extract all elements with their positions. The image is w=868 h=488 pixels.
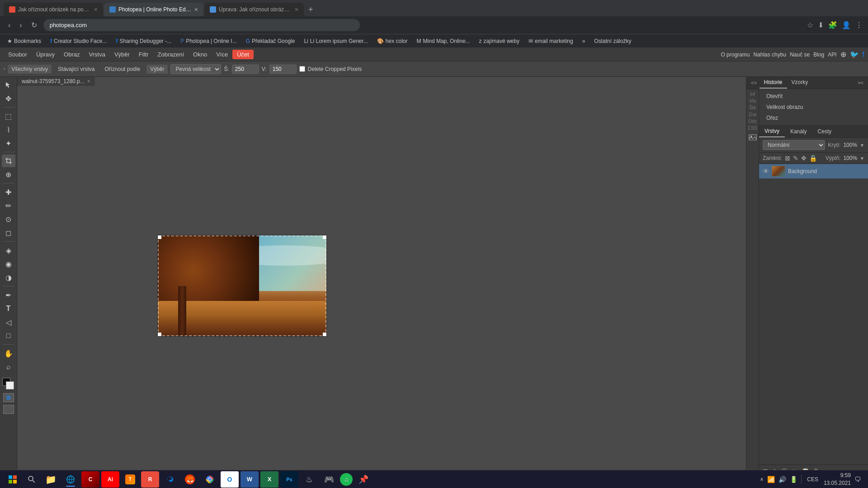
- tool-clone[interactable]: ⊙: [2, 213, 15, 225]
- bookmark-lorem[interactable]: Li Li Lorem ipsum Gener...: [300, 37, 371, 45]
- toolbar-delete-checkbox[interactable]: [299, 66, 305, 72]
- clock-display[interactable]: 9:59 13.05.2021: [824, 472, 851, 487]
- menu-api[interactable]: API: [828, 52, 836, 58]
- bookmark-bookmarks[interactable]: ★ Bookmarks: [4, 37, 45, 45]
- canvas-tab-close[interactable]: ×: [87, 78, 90, 84]
- crop-handle-tr[interactable]: [323, 235, 326, 239]
- canvas-area[interactable]: walnut-3759573_1280.p... ×: [17, 77, 746, 479]
- menu-vrstva[interactable]: Vrstva: [85, 50, 110, 59]
- back-button[interactable]: ‹: [5, 19, 13, 31]
- settings-icon[interactable]: ⋮: [855, 21, 863, 29]
- side-label-css[interactable]: CSS: [747, 125, 758, 131]
- toolbar-toggle-left[interactable]: ›: [4, 66, 5, 71]
- tray-battery-icon[interactable]: 🔋: [790, 476, 797, 483]
- history-item-velikost[interactable]: Velikost obrazu: [759, 102, 868, 113]
- refresh-button[interactable]: ↻: [28, 19, 40, 31]
- taskbar-word[interactable]: W: [241, 471, 259, 488]
- toolbar-height-input[interactable]: [269, 65, 297, 74]
- taskbar-tiger[interactable]: T: [121, 471, 139, 488]
- tool-shape[interactable]: □: [2, 329, 15, 342]
- reddit-icon[interactable]: ⊕: [840, 50, 846, 59]
- bookmark-google-translate[interactable]: G Překladač Google: [242, 37, 299, 45]
- lock-brush-icon[interactable]: ✎: [793, 155, 798, 162]
- menu-naucse[interactable]: Nauč se: [790, 52, 810, 58]
- new-tab-button[interactable]: +: [305, 3, 317, 16]
- tool-rect-select[interactable]: ⬚: [2, 110, 15, 122]
- tool-move[interactable]: ✥: [2, 92, 15, 105]
- tool-lasso[interactable]: ⌇: [2, 123, 15, 136]
- bookmark-more[interactable]: »: [579, 37, 589, 45]
- tool-paint-bucket[interactable]: ◈: [2, 244, 15, 257]
- tool-blur[interactable]: ◉: [2, 258, 15, 270]
- tool-screen-mode[interactable]: [3, 405, 14, 414]
- taskbar-photoshop[interactable]: Ps: [280, 471, 298, 488]
- taskbar-game[interactable]: 🎮: [320, 471, 338, 488]
- taskbar-outlook[interactable]: O: [221, 471, 239, 488]
- extensions-icon[interactable]: 🧩: [828, 21, 837, 29]
- menu-upravy[interactable]: Úpravy: [32, 50, 59, 59]
- fill-arrow[interactable]: ▼: [860, 156, 864, 161]
- menu-soubor[interactable]: Soubor: [4, 50, 32, 59]
- taskbar-firefox[interactable]: 🦊: [181, 471, 199, 488]
- tray-up-arrow[interactable]: ∧: [760, 476, 764, 482]
- tool-wand[interactable]: ✦: [2, 137, 15, 150]
- layer-item-background[interactable]: 👁 Background: [759, 164, 868, 178]
- browser-tab-1[interactable]: Jak oříznout obrázek na požado... ×: [4, 3, 103, 16]
- toolbar-selection[interactable]: Výběr: [146, 65, 168, 74]
- taskbar-edge[interactable]: [161, 471, 179, 488]
- menu-blog[interactable]: Blog: [813, 52, 824, 58]
- bookmark-photopea[interactable]: P Photopea | Online I...: [177, 37, 241, 45]
- tab-histoire[interactable]: Historie: [760, 77, 787, 89]
- menu-vice[interactable]: Více: [212, 50, 232, 59]
- tool-quick-mask[interactable]: [3, 393, 14, 402]
- url-input[interactable]: [43, 19, 360, 31]
- taskbar-steam[interactable]: ♨: [300, 471, 318, 488]
- tab-cesty[interactable]: Cesty: [812, 126, 837, 137]
- browser-tab-3[interactable]: Úprava: Jak oříznout obrázek na... ×: [204, 3, 304, 16]
- side-label-inf[interactable]: Inf: [749, 91, 756, 98]
- taskbar-corel[interactable]: C: [81, 471, 99, 488]
- tool-hand[interactable]: ✋: [2, 347, 15, 360]
- right-panel-expand[interactable]: ><: [855, 79, 866, 87]
- side-label-ods[interactable]: Ods: [747, 118, 757, 125]
- profile-icon[interactable]: 👤: [842, 21, 851, 29]
- tool-crop[interactable]: [2, 155, 15, 167]
- bookmark-email-marketing[interactable]: ✉ email marketing: [525, 37, 577, 45]
- menu-ucet[interactable]: Účet: [232, 50, 254, 59]
- tool-eraser[interactable]: ◻: [2, 226, 15, 239]
- taskbar-ru[interactable]: R: [141, 471, 159, 488]
- facebook-icon[interactable]: f: [863, 51, 864, 59]
- download-icon[interactable]: ⬇: [818, 21, 824, 29]
- bookmark-zajimave[interactable]: z zajímavé weby: [476, 37, 523, 45]
- tool-pointer[interactable]: [2, 79, 15, 91]
- tab3-close[interactable]: ×: [295, 6, 298, 13]
- toolbar-width-input[interactable]: [232, 65, 259, 74]
- side-label-ste[interactable]: Ště: [748, 104, 757, 111]
- language-indicator[interactable]: CES: [805, 476, 820, 483]
- taskbar-search[interactable]: [24, 471, 40, 488]
- tab-kanaly[interactable]: Kanály: [785, 126, 812, 137]
- opacity-arrow[interactable]: ▼: [860, 143, 864, 148]
- toolbar-crop-by[interactable]: Oříznout podle: [101, 65, 144, 74]
- menu-nahlas-chybu[interactable]: Nahlas chybu: [753, 52, 786, 58]
- browser-tab-2[interactable]: Photopea | Online Photo Editor ×: [104, 3, 203, 16]
- tool-pen[interactable]: ✒: [2, 289, 15, 301]
- taskbar-sticky-notes[interactable]: 📌: [354, 471, 373, 488]
- taskbar-chrome[interactable]: [201, 471, 219, 488]
- menu-obraz[interactable]: Obraz: [59, 50, 84, 59]
- tool-dodge[interactable]: ◑: [2, 271, 15, 284]
- bookmark-icon[interactable]: ☆: [807, 21, 813, 29]
- bookmark-creator-studio[interactable]: f Creator Studio Face...: [47, 37, 110, 45]
- tool-zoom[interactable]: ⌕: [2, 361, 15, 373]
- right-panel-toggle[interactable]: <>: [748, 79, 760, 87]
- tab1-close[interactable]: ×: [94, 6, 98, 13]
- tab-vrstvy[interactable]: Vrstvy: [759, 126, 785, 137]
- tab2-close[interactable]: ×: [194, 6, 198, 13]
- tool-eyedropper[interactable]: ⊕: [2, 168, 15, 181]
- forward-button[interactable]: ›: [17, 19, 24, 31]
- taskbar-browser[interactable]: [61, 471, 80, 488]
- menu-zobrazeni[interactable]: Zobrazení: [153, 50, 189, 59]
- bookmark-mindmap[interactable]: M Mind Map, Online...: [413, 37, 474, 45]
- side-label-zna[interactable]: Zna: [748, 111, 757, 118]
- history-item-orez[interactable]: Ořez: [759, 113, 868, 123]
